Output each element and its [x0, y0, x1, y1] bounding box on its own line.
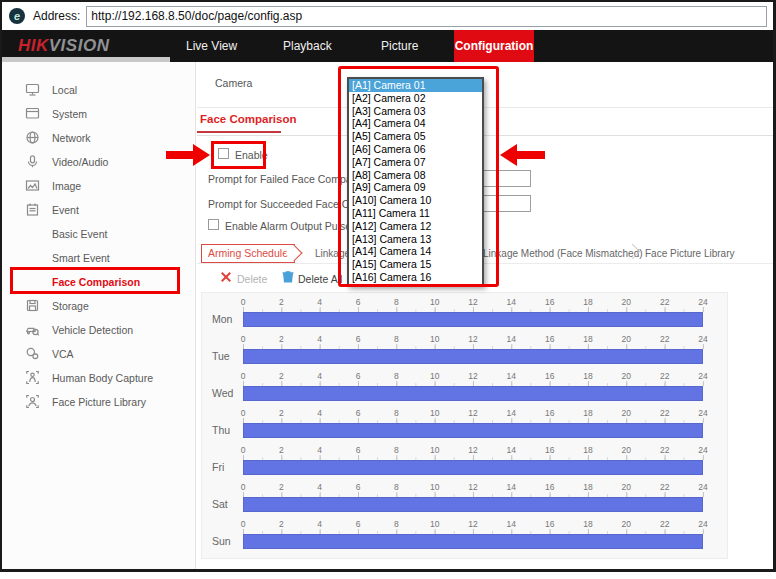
hour-labels: 024681012141618202224 [243, 445, 703, 455]
schedule-row-sun: Sun024681012141618202224 [202, 518, 727, 555]
tabstrip-border [197, 263, 773, 264]
sidebar-item-storage[interactable]: Storage [2, 294, 195, 318]
schedule-bar[interactable] [243, 423, 703, 438]
sidebar-item-image[interactable]: Image [2, 174, 195, 198]
sidebar-item-smart-event[interactable]: Smart Event [2, 246, 195, 270]
camera-option[interactable]: [A2] Camera 02 [349, 92, 482, 105]
sidebar-item-local[interactable]: Local [2, 78, 195, 102]
schedule-timeline[interactable]: 024681012141618202224 [243, 370, 703, 407]
schedule-row-thu: Thu024681012141618202224 [202, 407, 727, 444]
floppy-disk-icon [25, 298, 40, 313]
sidebar-item-face-comparison[interactable]: Face Comparison [2, 270, 195, 294]
schedule-bar[interactable] [243, 349, 703, 364]
nav-playback[interactable]: Playback [283, 30, 332, 62]
schedule-timeline[interactable]: 024681012141618202224 [243, 444, 703, 481]
vehicle-search-icon [25, 322, 40, 337]
schedule-timeline[interactable]: 024681012141618202224 [243, 333, 703, 370]
calendar-icon [25, 202, 40, 217]
alarm-output-checkbox[interactable] [208, 219, 219, 230]
camera-option[interactable]: [A15] Camera 15 [349, 258, 482, 271]
schedule-bar[interactable] [243, 534, 703, 549]
camera-option[interactable]: [A7] Camera 07 [349, 156, 482, 169]
sidebar-item-label: Event [52, 204, 79, 216]
image-icon [25, 178, 40, 193]
sidebar-item-basic-event[interactable]: Basic Event [2, 222, 195, 246]
divider [197, 107, 773, 108]
tab-arming-schedule[interactable]: Arming Schedule [201, 244, 295, 263]
delete-x-icon[interactable] [221, 272, 231, 282]
sidebar-item-system[interactable]: System [2, 102, 195, 126]
schedule-timeline[interactable]: 024681012141618202224 [243, 518, 703, 555]
logo-vision: VISION [49, 36, 110, 56]
enable-checkbox[interactable] [218, 148, 229, 159]
alarm-output-label: Enable Alarm Output Pulse [225, 220, 351, 232]
camera-option[interactable]: [A13] Camera 13 [349, 233, 482, 246]
nav-live-view[interactable]: Live View [186, 30, 237, 62]
enable-label: Enable [235, 149, 268, 161]
hour-labels: 024681012141618202224 [243, 297, 703, 307]
camera-option-selected[interactable]: [A1] Camera 01 [349, 79, 482, 92]
nav-picture[interactable]: Picture [381, 30, 418, 62]
camera-option[interactable]: [A10] Camera 10 [349, 194, 482, 207]
page: e Address: HIKVISION Live ViewPlaybackPi… [0, 0, 776, 579]
arming-schedule-panel: Mon024681012141618202224Tue0246810121416… [201, 292, 728, 559]
sidebar-item-label: Vehicle Detection [52, 324, 133, 336]
camera-dropdown-list[interactable]: [A1] Camera 01[A2] Camera 02[A3] Camera … [347, 77, 484, 286]
tab-linkage-mismatched[interactable]: Linkage Method (Face Mismatched) [483, 248, 643, 259]
camera-option[interactable]: [A9] Camera 09 [349, 181, 482, 194]
schedule-bar[interactable] [243, 460, 703, 475]
tab-face-comparison[interactable]: Face Comparison [200, 113, 297, 125]
browser-window: e Address: HIKVISION Live ViewPlaybackPi… [0, 0, 776, 572]
sidebar-item-event[interactable]: Event [2, 198, 195, 222]
vca-icon [25, 346, 40, 361]
monitor-icon [25, 82, 40, 97]
sidebar: LocalSystemNetworkVideo/AudioImageEventB… [2, 62, 196, 569]
arrow-to-dropdown [517, 151, 545, 159]
hour-labels: 024681012141618202224 [243, 334, 703, 344]
sidebar-item-network[interactable]: Network [2, 126, 195, 150]
system-window-icon [25, 106, 40, 121]
hour-labels: 024681012141618202224 [243, 371, 703, 381]
day-label: Sat [212, 498, 228, 510]
delete-button[interactable]: Delete [237, 273, 267, 285]
camera-option[interactable]: [A8] Camera 08 [349, 169, 482, 182]
arrow-to-enable [166, 151, 193, 159]
camera-option[interactable]: [A14] Camera 14 [349, 245, 482, 258]
schedule-timeline[interactable]: 024681012141618202224 [243, 481, 703, 518]
schedule-bar[interactable] [243, 312, 703, 327]
sidebar-item-vca[interactable]: VCA [2, 342, 195, 366]
address-input[interactable] [86, 6, 767, 27]
tab-face-picture-library[interactable]: Face Picture Library [645, 248, 734, 259]
schedule-row-sat: Sat024681012141618202224 [202, 481, 727, 518]
schedule-row-wed: Wed024681012141618202224 [202, 370, 727, 407]
trash-icon[interactable] [282, 270, 294, 283]
camera-option[interactable]: [A5] Camera 05 [349, 130, 482, 143]
camera-option[interactable]: [A4] Camera 04 [349, 117, 482, 130]
day-label: Fri [212, 461, 224, 473]
hour-labels: 024681012141618202224 [243, 519, 703, 529]
delete-all-button[interactable]: Delete All [298, 273, 342, 285]
sidebar-item-face-picture-library[interactable]: Face Picture Library [2, 390, 195, 414]
nav-configuration[interactable]: Configuration [454, 30, 534, 62]
camera-option[interactable]: [A16] Camera 16 [349, 271, 482, 284]
sidebar-item-human-body-capture[interactable]: Human Body Capture [2, 366, 195, 390]
camera-option[interactable]: [A12] Camera 12 [349, 220, 482, 233]
sidebar-item-vehicle-detection[interactable]: Vehicle Detection [2, 318, 195, 342]
sidebar-item-label: Video/Audio [52, 156, 108, 168]
schedule-bar[interactable] [243, 386, 703, 401]
camera-option[interactable]: [A3] Camera 03 [349, 105, 482, 118]
camera-option[interactable]: [A11] Camera 11 [349, 207, 482, 220]
schedule-timeline[interactable]: 024681012141618202224 [243, 296, 703, 333]
schedule-bar[interactable] [243, 497, 703, 512]
address-label: Address: [33, 9, 80, 23]
day-label: Tue [212, 350, 230, 362]
hour-labels: 024681012141618202224 [243, 408, 703, 418]
camera-option[interactable]: [A6] Camera 06 [349, 143, 482, 156]
logo-hik: HIK [18, 36, 49, 56]
sidebar-item-label: Local [52, 84, 77, 96]
active-tab-underline [197, 131, 281, 133]
camera-label: Camera [215, 77, 252, 89]
schedule-timeline[interactable]: 024681012141618202224 [243, 407, 703, 444]
arrow-to-enable-head [193, 144, 210, 166]
sidebar-item-label: Image [52, 180, 81, 192]
